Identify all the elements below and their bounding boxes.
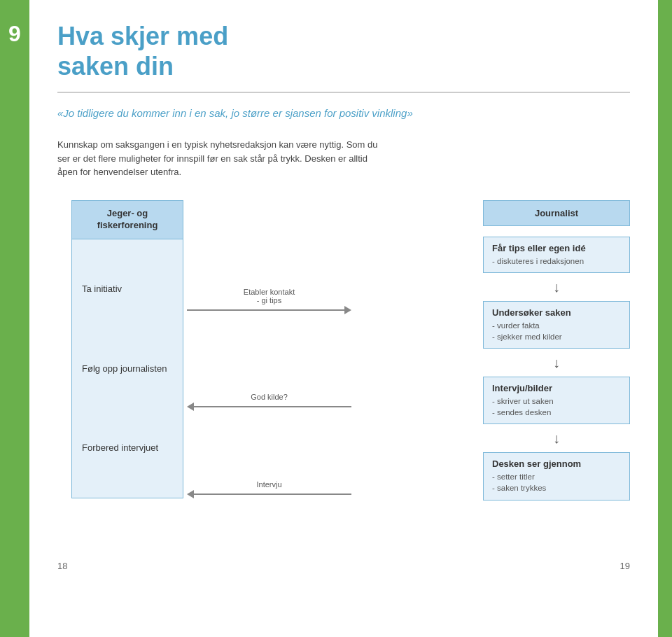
page-number-left: 18 xyxy=(57,561,67,571)
arrow3-line xyxy=(187,490,351,498)
body-text: Kunnskap om saksgangen i en typisk nyhet… xyxy=(57,138,379,179)
rbox3-sub2: - sendes desken xyxy=(492,407,621,418)
right-box-3: Intervju/bilder - skriver ut saken - sen… xyxy=(483,377,630,424)
rbox4-sub1: - setter titler xyxy=(492,471,621,482)
right-box-4: Desken ser gjennom - setter titler - sak… xyxy=(483,452,630,500)
down-arrow-1: ↓ xyxy=(483,277,630,297)
rbox2-title: Undersøker saken xyxy=(492,307,621,318)
rbox1-sub1: - diskuteres i redaksjonen xyxy=(492,255,621,267)
right-panel-header: Journalist xyxy=(483,200,630,226)
left-item-3: Forbered intervjuet xyxy=(82,442,173,453)
right-box-1: Får tips eller egen idé - diskuteres i r… xyxy=(483,237,630,273)
arrow3-head xyxy=(187,490,194,498)
right-panel: Journalist Får tips eller egen idé - dis… xyxy=(483,200,630,500)
left-panel-body: Ta initiativ Følg opp journalisten Forbe… xyxy=(71,239,183,498)
arrow3-shaft xyxy=(194,493,351,495)
arrow2-shaft xyxy=(194,406,351,407)
arrow2-head xyxy=(187,402,194,411)
arrow-establish-contact: Etabler kontakt - gi tips xyxy=(187,288,351,314)
arrow2-label: God kilde? xyxy=(251,393,288,401)
rbox3-sub1: - skriver ut saken xyxy=(492,396,621,407)
page-title: Hva skjer med saken din xyxy=(57,21,630,93)
main-content: Hva skjer med saken din «Jo tidligere du… xyxy=(29,0,658,637)
arrow1-label: Etabler kontakt - gi tips xyxy=(244,288,295,304)
rbox4-title: Desken ser gjennom xyxy=(492,458,621,469)
quote-text: «Jo tidligere du kommer inn i en sak, jo… xyxy=(57,106,630,120)
rbox2-sub2: - sjekker med kilder xyxy=(492,331,621,342)
arrow1-shaft xyxy=(187,309,344,311)
right-box-2: Undersøker saken - vurder fakta - sjekke… xyxy=(483,301,630,349)
down-arrow-2: ↓ xyxy=(483,353,630,372)
footer: 18 19 xyxy=(57,550,630,571)
rbox1-title: Får tips eller egen idé xyxy=(492,243,621,253)
arrow1-head xyxy=(344,306,351,314)
arrow-interview: Intervju xyxy=(187,480,351,498)
arrow-good-source: God kilde? xyxy=(187,393,351,411)
left-panel: Jeger- og fiskerforening Ta initiativ Fø… xyxy=(71,200,183,498)
arrow2-line xyxy=(187,402,351,411)
rbox2-sub1: - vurder fakta xyxy=(492,320,621,331)
rbox3-title: Intervju/bilder xyxy=(492,383,621,393)
right-sidebar xyxy=(658,0,672,637)
down-arrow-3: ↓ xyxy=(483,428,630,448)
rbox4-sub2: - saken trykkes xyxy=(492,482,621,493)
left-panel-header: Jeger- og fiskerforening xyxy=(71,200,183,239)
left-sidebar: 9 xyxy=(0,0,29,637)
arrow1-line xyxy=(187,306,351,314)
arrow3-label: Intervju xyxy=(256,480,281,489)
right-panel-body: Får tips eller egen idé - diskuteres i r… xyxy=(483,226,630,500)
left-item-2: Følg opp journalisten xyxy=(82,363,173,374)
page-number-9: 9 xyxy=(8,21,21,47)
diagram-area: Jeger- og fiskerforening Ta initiativ Fø… xyxy=(57,200,630,550)
page-number-right: 19 xyxy=(620,561,630,571)
left-item-1: Ta initiativ xyxy=(82,284,173,294)
